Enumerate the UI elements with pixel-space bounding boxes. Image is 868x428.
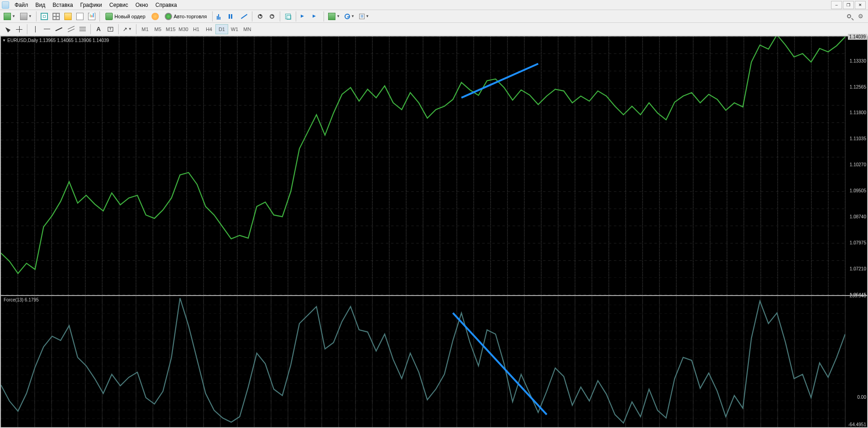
chart-area: ▼ EURUSD,Daily 1.13965 1.14065 1.13906 1… [0, 36, 868, 428]
chart-autoscroll-button[interactable] [310, 11, 321, 22]
text-label-tool[interactable]: T [105, 24, 116, 35]
channel-tool[interactable] [65, 24, 76, 35]
trendline-tool[interactable] [53, 24, 64, 35]
periodicity-button[interactable]: ▼ [343, 11, 356, 22]
close-button[interactable]: ✕ [855, 1, 866, 9]
price-chart-pane[interactable]: ▼ EURUSD,Daily 1.13965 1.14065 1.13906 1… [1, 37, 867, 296]
tile-windows-button[interactable] [282, 11, 293, 22]
search-button[interactable] [843, 11, 854, 22]
horizontal-line-tool[interactable] [42, 24, 52, 35]
current-price-tag: 1.14039 [848, 34, 867, 40]
fibo-tool[interactable] [77, 24, 88, 35]
cursor-tool[interactable] [2, 24, 13, 35]
timeframe-h1[interactable]: H1 [190, 24, 203, 34]
menu-file[interactable]: Файл [11, 0, 32, 10]
indicators-button[interactable]: ▼ [326, 11, 342, 22]
indicator-title: Force(13) 6.1795 [4, 297, 39, 302]
menu-help[interactable]: Справка [152, 0, 181, 10]
crosshair-tool[interactable] [14, 24, 25, 35]
autotrade-button[interactable]: Авто-торговля [162, 11, 210, 22]
arrows-tool[interactable]: ↗▼ [121, 24, 134, 35]
navigator-button[interactable] [51, 11, 62, 22]
new-order-button[interactable]: Новый ордер [102, 11, 149, 22]
new-chart-button[interactable]: ▼ [2, 11, 17, 22]
line-chart-button[interactable] [239, 11, 250, 22]
metaquotes-button[interactable] [150, 11, 161, 22]
app-icon [2, 1, 9, 9]
chart-shift-button[interactable] [298, 11, 309, 22]
price-chart-title: EURUSD,Daily 1.13965 1.14065 1.13906 1.1… [7, 38, 109, 43]
text-tool[interactable]: A [93, 24, 104, 35]
indicator-y-axis: 239.9400.00-64.4951 [845, 296, 867, 427]
terminal-button[interactable] [74, 11, 85, 22]
candle-chart-button[interactable] [227, 11, 238, 22]
timeframe-m30[interactable]: M30 [177, 24, 190, 34]
timeframe-mn[interactable]: MN [241, 24, 254, 34]
minimize-button[interactable]: – [831, 1, 842, 9]
menu-tools[interactable]: Сервис [106, 0, 132, 10]
price-y-axis: 1.140391.133301.125651.118001.110351.102… [845, 37, 867, 295]
indicator-pane[interactable]: Force(13) 6.1795 239.9400.00-64.4951 [1, 296, 867, 427]
vertical-line-tool[interactable] [30, 24, 41, 35]
menu-view[interactable]: Вид [32, 0, 49, 10]
profiles-button[interactable]: ▼ [18, 11, 34, 22]
svg-line-135 [453, 313, 547, 415]
menu-insert[interactable]: Вставка [49, 0, 77, 10]
timeframe-w1[interactable]: W1 [228, 24, 241, 34]
menu-charts[interactable]: Графики [77, 0, 106, 10]
strategy-tester-button[interactable] [86, 11, 97, 22]
menubar: Файл Вид Вставка Графики Сервис Окно Спр… [0, 0, 868, 10]
data-window-button[interactable] [63, 11, 73, 22]
options-button[interactable]: ⚙ [855, 11, 866, 22]
drawing-toolbar: A T ↗▼ M1M5M15M30H1H4D1W1MN [0, 23, 868, 36]
zoom-in-button[interactable] [255, 11, 266, 22]
timeframe-d1[interactable]: D1 [215, 24, 228, 34]
window-controls: – ❐ ✕ [831, 1, 866, 9]
timeframe-h4[interactable]: H4 [203, 24, 215, 34]
templates-button[interactable]: ▼ [357, 11, 371, 22]
timeframe-m5[interactable]: M5 [152, 24, 164, 34]
market-watch-button[interactable] [39, 11, 50, 22]
new-order-label: Новый ордер [115, 14, 146, 19]
timeframe-selector: M1M5M15M30H1H4D1W1MN [139, 24, 254, 34]
restore-button[interactable]: ❐ [843, 1, 854, 9]
bar-chart-button[interactable] [215, 11, 226, 22]
timeframe-m1[interactable]: M1 [139, 24, 152, 34]
main-toolbar: ▼ ▼ Новый ордер Авто-торговля ▼ ▼ ▼ ⚙ [0, 10, 868, 23]
zoom-out-button[interactable] [267, 11, 277, 22]
chart-menu-arrow-icon[interactable]: ▼ [2, 38, 6, 42]
svg-line-67 [461, 64, 538, 98]
menu-window[interactable]: Окно [132, 0, 152, 10]
autotrade-label: Авто-торговля [174, 14, 207, 19]
timeframe-m15[interactable]: M15 [164, 24, 177, 34]
